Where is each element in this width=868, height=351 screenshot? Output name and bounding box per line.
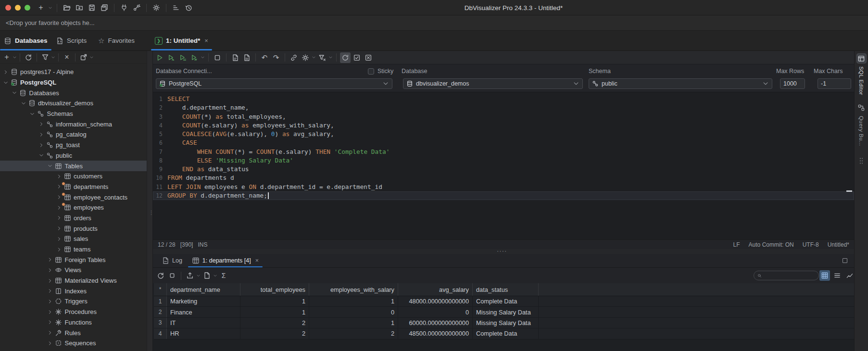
- code-line-3[interactable]: 3 COUNT(*) as total_employees,: [153, 113, 854, 121]
- tree-item-information-schema[interactable]: information_schema: [0, 119, 147, 129]
- code-line-2[interactable]: 2 d.department_name,: [153, 103, 854, 112]
- sql-code-editor[interactable]: 1SELECT2 d.department_name,3 COUNT(*) as…: [153, 93, 854, 239]
- expand-chevron-icon[interactable]: [47, 320, 54, 325]
- tree-item-tables[interactable]: Tables: [0, 161, 147, 171]
- expand-chevron-icon[interactable]: [47, 278, 54, 283]
- folder-import-button[interactable]: [74, 2, 85, 13]
- cell-total_employees[interactable]: 1: [240, 307, 309, 317]
- cell-avg_salary[interactable]: 48000.000000000000: [398, 296, 473, 306]
- plus-button[interactable]: +: [36, 2, 46, 13]
- chevron-down-icon[interactable]: [213, 274, 217, 278]
- expand-chevron-icon[interactable]: [55, 205, 63, 210]
- tree-item-views[interactable]: Views: [0, 265, 147, 276]
- expand-chevron-icon[interactable]: [55, 237, 63, 241]
- tree-item-postgres17-alpine[interactable]: postgres17 - Alpine: [0, 67, 147, 77]
- code-line-4[interactable]: 4 COUNT(e.salary) as employees_with_sala…: [153, 121, 854, 130]
- cell-department_name[interactable]: Finance: [167, 307, 240, 317]
- column-header-total_employees[interactable]: total_employees: [240, 283, 309, 296]
- code-line-6[interactable]: 6 CASE: [153, 138, 854, 147]
- chevron-down-icon[interactable]: [13, 55, 17, 60]
- cell-data_status[interactable]: Missing Salary Data: [473, 318, 539, 328]
- expand-chevron-icon[interactable]: [55, 174, 63, 179]
- tree-item-employees[interactable]: employees: [0, 202, 147, 213]
- gear-button[interactable]: [151, 2, 162, 13]
- maximize-window-button[interactable]: [25, 5, 30, 11]
- tree-item-databases[interactable]: Databases: [0, 88, 147, 98]
- cell-avg_salary[interactable]: 48500.000000000000: [398, 328, 473, 338]
- vertical-splitter[interactable]: ⋮: [147, 51, 153, 351]
- collapse-chevron-icon[interactable]: [47, 163, 54, 168]
- format-doc-button[interactable]: [230, 52, 240, 63]
- sigma-button[interactable]: Σ: [218, 270, 229, 281]
- grid-view-button[interactable]: [819, 270, 830, 281]
- max-rows-input[interactable]: 1000: [780, 78, 805, 89]
- format-doc-alt-button[interactable]: [241, 52, 252, 63]
- code-line-8[interactable]: 8 ELSE 'Missing Salary Data': [153, 156, 854, 165]
- history-button[interactable]: [183, 2, 194, 13]
- tab-editor-untitled[interactable]: ❯1: Untitled*×: [155, 31, 208, 50]
- close-tab-icon[interactable]: ×: [204, 37, 208, 44]
- favorites-drop-bar[interactable]: <Drop your favorite objects he...: [0, 15, 868, 31]
- refresh-button[interactable]: [23, 52, 34, 63]
- column-header-employees_with_salary[interactable]: employees_with_salary: [309, 283, 398, 296]
- close-window-button[interactable]: [5, 5, 11, 11]
- expand-chevron-icon[interactable]: [55, 195, 63, 200]
- cell-data_status[interactable]: Complete Data: [473, 296, 539, 306]
- chart-view-button[interactable]: [844, 270, 855, 281]
- open-new-button[interactable]: [78, 52, 89, 63]
- export-button[interactable]: [185, 270, 195, 281]
- save-button[interactable]: [87, 2, 97, 13]
- play-script-button[interactable]: [177, 52, 188, 63]
- tree-item-customers[interactable]: customers: [0, 171, 147, 182]
- collapse-chevron-icon[interactable]: [29, 112, 36, 116]
- grid-row-1[interactable]: 1Marketing1148000.000000000000Complete D…: [154, 296, 854, 307]
- chevron-down-icon[interactable]: [328, 55, 333, 60]
- play-cursor-button[interactable]: [166, 52, 176, 63]
- tree-item-pg-catalog[interactable]: pg_catalog: [0, 129, 147, 140]
- tab-scripts[interactable]: Scripts: [56, 31, 87, 50]
- plus-button[interactable]: +: [1, 52, 12, 63]
- expand-chevron-icon[interactable]: [47, 268, 54, 273]
- code-line-5[interactable]: 5 COALESCE(AVG(e.salary), 0) as avg_sala…: [153, 130, 854, 138]
- expand-chevron-icon[interactable]: [55, 226, 63, 231]
- code-line-1[interactable]: 1SELECT: [153, 95, 854, 103]
- column-header-department_name[interactable]: department_name: [167, 283, 240, 296]
- tree-item-departments[interactable]: departments: [0, 182, 147, 192]
- commit-check-button[interactable]: [340, 52, 351, 63]
- gear-button[interactable]: [300, 52, 311, 63]
- row-number[interactable]: 2: [154, 307, 167, 317]
- row-number[interactable]: 3: [154, 318, 167, 328]
- list-view-button[interactable]: [832, 270, 843, 281]
- redo-button[interactable]: ↷: [271, 52, 281, 63]
- column-header-avg_salary[interactable]: avg_salary: [398, 283, 473, 296]
- tab-databases[interactable]: Databases: [4, 31, 48, 50]
- cell-employees_with_salary[interactable]: 1: [309, 318, 398, 328]
- chart-bars-button[interactable]: [171, 2, 181, 13]
- tab-favorites[interactable]: ☆Favorites: [98, 31, 135, 50]
- tree-item-schemas[interactable]: Schemas: [0, 109, 147, 119]
- check-square-button[interactable]: [352, 52, 362, 63]
- tree-item-orders[interactable]: orders: [0, 213, 147, 224]
- expand-chevron-icon[interactable]: [47, 299, 54, 304]
- play-explain-button[interactable]: [189, 52, 200, 63]
- doc-button[interactable]: [201, 270, 212, 281]
- tree-item-procedures[interactable]: Procedures: [0, 307, 147, 317]
- tree-item-triggers[interactable]: Triggers: [0, 296, 147, 307]
- cell-employees_with_salary[interactable]: 0: [309, 307, 398, 317]
- schema-select[interactable]: public: [589, 78, 772, 89]
- code-line-10[interactable]: 10FROM departments d: [153, 174, 854, 182]
- detach-panel-icon[interactable]: [843, 258, 847, 263]
- tree-item-functions[interactable]: Functions: [0, 317, 147, 328]
- tree-item-pg-toast[interactable]: pg_toast: [0, 140, 147, 150]
- expand-chevron-icon[interactable]: [47, 330, 54, 335]
- horizontal-splitter[interactable]: ····: [153, 249, 854, 254]
- tree-item-public[interactable]: public: [0, 150, 147, 161]
- tree-item-foreign-tables[interactable]: Foreign Tables: [0, 254, 147, 265]
- cell-department_name[interactable]: HR: [167, 328, 240, 338]
- chevron-down-icon[interactable]: [312, 55, 316, 60]
- expand-chevron-icon[interactable]: [47, 341, 54, 346]
- cell-total_employees[interactable]: 2: [240, 328, 309, 338]
- expand-chevron-icon[interactable]: [47, 257, 54, 262]
- cell-employees_with_salary[interactable]: 1: [309, 296, 398, 306]
- expand-chevron-icon[interactable]: [47, 310, 54, 314]
